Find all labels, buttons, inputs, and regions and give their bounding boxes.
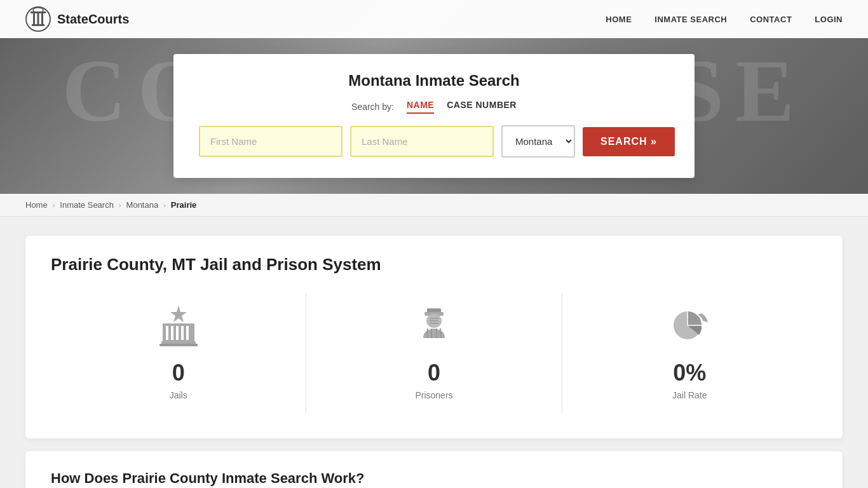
svg-line-24 — [427, 329, 428, 338]
nav-home[interactable]: HOME — [606, 15, 632, 24]
pie-chart-icon — [664, 300, 715, 351]
brand-logo-link[interactable]: StateCourts — [25, 6, 129, 32]
nav-contact[interactable]: CONTACT — [750, 15, 792, 24]
prisoners-stat: 0 Prisoners — [306, 294, 562, 413]
stats-row: 0 Jails — [51, 294, 817, 413]
prisoner-icon — [409, 300, 459, 351]
search-panel: Montana Inmate Search Search by: NAME CA… — [173, 54, 695, 178]
svg-rect-12 — [181, 326, 184, 340]
jail-rate-value: 0% — [673, 360, 706, 386]
county-title: Prairie County, MT Jail and Prison Syste… — [51, 255, 817, 274]
last-name-input[interactable] — [350, 126, 494, 157]
search-button[interactable]: SEARCH » — [583, 127, 675, 156]
svg-rect-15 — [159, 344, 198, 346]
svg-rect-11 — [176, 326, 179, 340]
breadcrumb: Home › Inmate Search › Montana › Prairie — [0, 194, 868, 217]
svg-marker-7 — [170, 306, 187, 322]
brand-name: StateCourts — [57, 12, 129, 27]
prisoners-count: 0 — [428, 360, 440, 386]
state-select[interactable]: Montana Alabama Alaska Arizona — [501, 125, 575, 158]
jails-label: Jails — [170, 390, 187, 400]
hero-section: COURTHOUSE StateCourts HOME INMATE SEARC… — [0, 0, 868, 194]
jail-rate-stat: 0% Jail Rate — [562, 294, 817, 413]
svg-rect-4 — [37, 13, 39, 24]
breadcrumb-montana[interactable]: Montana — [126, 200, 159, 210]
search-by-row: Search by: NAME CASE NUMBER — [199, 100, 669, 114]
breadcrumb-current: Prairie — [171, 200, 196, 210]
search-panel-wrapper: Montana Inmate Search Search by: NAME CA… — [0, 38, 868, 194]
breadcrumb-chevron-3: › — [163, 201, 166, 209]
nav-links: HOME INMATE SEARCH CONTACT LOGIN — [606, 13, 843, 25]
svg-rect-5 — [41, 13, 43, 24]
first-name-input[interactable] — [199, 126, 342, 157]
breadcrumb-chevron-1: › — [53, 201, 55, 209]
search-fields: Montana Alabama Alaska Arizona SEARCH » — [199, 125, 669, 158]
svg-rect-18 — [427, 309, 441, 311]
navbar: StateCourts HOME INMATE SEARCH CONTACT L… — [0, 0, 868, 38]
search-by-label: Search by: — [351, 102, 394, 112]
jail-icon — [153, 300, 204, 351]
svg-rect-3 — [33, 13, 35, 24]
how-section-card: How Does Prairie County Inmate Search Wo… — [25, 451, 843, 488]
tab-name[interactable]: NAME — [407, 100, 434, 114]
svg-rect-13 — [186, 326, 189, 340]
jails-stat: 0 Jails — [51, 294, 306, 413]
svg-rect-10 — [171, 326, 173, 340]
jails-count: 0 — [172, 360, 185, 386]
breadcrumb-chevron-2: › — [119, 201, 121, 209]
svg-line-27 — [440, 329, 441, 338]
nav-login[interactable]: LOGIN — [815, 15, 843, 24]
nav-inmate-search[interactable]: INMATE SEARCH — [654, 15, 727, 24]
svg-rect-9 — [166, 326, 168, 340]
breadcrumb-inmate-search[interactable]: Inmate Search — [60, 200, 114, 210]
svg-rect-19 — [427, 311, 441, 312]
site-logo-icon — [25, 6, 51, 32]
prisoners-label: Prisoners — [415, 390, 452, 400]
county-card: Prairie County, MT Jail and Prison Syste… — [25, 236, 843, 438]
how-section-title: How Does Prairie County Inmate Search Wo… — [51, 470, 817, 487]
search-panel-title: Montana Inmate Search — [199, 72, 669, 90]
main-content: Prairie County, MT Jail and Prison Syste… — [0, 217, 868, 488]
breadcrumb-home[interactable]: Home — [25, 200, 48, 210]
svg-rect-1 — [32, 24, 44, 26]
jail-rate-label: Jail Rate — [672, 390, 707, 400]
tab-case-number[interactable]: CASE NUMBER — [447, 100, 517, 114]
